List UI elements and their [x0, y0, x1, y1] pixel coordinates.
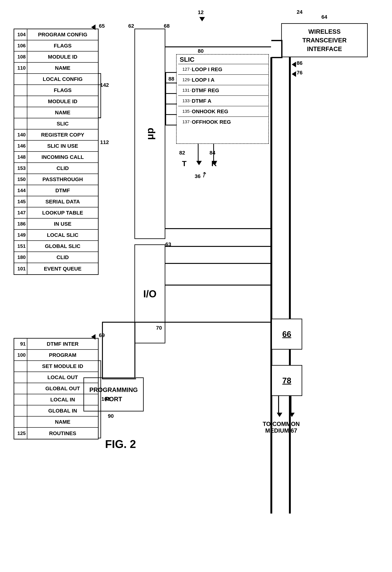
lower-table-container: 91 DTMF INTER 100 PROGRAM SET MODULE ID … [14, 338, 99, 439]
hline-io-top [165, 246, 271, 247]
slic-line-133 [165, 104, 177, 104]
table-row: 100 PROGRAM [14, 350, 98, 361]
t-label: T [182, 159, 186, 168]
table-row: 106 FLAGS [14, 40, 98, 51]
slic-dashed-box: SLIC 127 LOOP I REG 129 LOOP I A 131 DTM… [176, 54, 269, 144]
slic-item: 127 LOOP I REG [178, 64, 268, 74]
hline-wireless-bot [271, 57, 282, 58]
ref-80: 80 [198, 48, 204, 54]
slic-item: 131 DTMF REG [178, 85, 268, 95]
table-row: FLAGS [14, 85, 98, 96]
fig-2-label: FIG. 2 [105, 438, 136, 450]
slic-line-127 [165, 72, 177, 73]
slic-line-137 [165, 125, 177, 126]
table-row: 140 REGISTER COPY [14, 129, 98, 141]
table-row: 108 MODULE ID [14, 51, 98, 63]
table-row: 145 SERIAL DATA [14, 196, 98, 207]
wireless-transceiver-box: WIRELESS TRANSCEIVER INTERFACE [281, 23, 368, 57]
box-78: 78 [271, 365, 302, 396]
hline-io-mid [165, 263, 271, 264]
vline-prog-vert [102, 322, 103, 379]
table-row: 151 GLOBAL SLIC [14, 241, 98, 252]
slic-item: 137 OFFHOOK REG [178, 116, 268, 127]
ref-64: 64 [321, 14, 327, 20]
table-row: LOCAL IN [14, 394, 98, 405]
table-row: 149 LOCAL SLIC [14, 230, 98, 241]
upper-table-container: 104 PROGRAM CONFIG 106 FLAGS 108 MODULE … [14, 29, 99, 275]
to-common-medium: TO COMMON MEDIUM 67 [256, 421, 306, 434]
ref-76: 76 [297, 70, 302, 76]
table-row: GLOBAL IN [14, 405, 98, 416]
ref-65: 65 [99, 23, 105, 29]
ref-36: 36 [195, 173, 201, 179]
table-row: 153 CLID [14, 163, 98, 174]
hline-wireless-top [271, 40, 282, 41]
table-row: 148 INCOMING CALL [14, 152, 98, 163]
table-row: 110 NAME [14, 63, 98, 74]
slic-title: SLIC [177, 55, 268, 64]
table-row: SLIC [14, 118, 98, 129]
ref-102: 102 [101, 396, 110, 402]
hline-up-to-bus [165, 47, 271, 47]
table-row: 101 EVENT QUEUE [14, 263, 98, 274]
ref-90: 90 [108, 413, 114, 419]
ref-112: 112 [100, 139, 109, 145]
table-row: 146 SLIC IN USE [14, 141, 98, 152]
arrow-down-left [277, 413, 282, 417]
table-row: NAME [14, 107, 98, 118]
box-66: 66 [271, 319, 302, 350]
hline-prog-to-box [102, 378, 136, 379]
hline-io-prog [135, 322, 271, 323]
ref-69: 69 [99, 332, 105, 338]
ref-70: 70 [156, 325, 162, 331]
table-row: SET MODULE ID [14, 361, 98, 372]
vline-prog-left [135, 322, 135, 377]
vbus-main-right [289, 57, 291, 513]
vline-slic-r [213, 144, 214, 162]
ref-62: 62 [128, 23, 134, 29]
vline-slic-t [198, 144, 198, 162]
hline-io-bot [165, 285, 271, 286]
table-row: 180 CLID [14, 252, 98, 263]
ref-88: 88 [168, 76, 174, 82]
vline-78-down-left [278, 396, 279, 414]
table-row: 104 PROGRAM CONFIG [14, 29, 98, 40]
arrow-86 [292, 62, 296, 67]
hline-prog-horiz [102, 322, 135, 323]
ref-142: 142 [100, 82, 109, 88]
arrow-r-down [212, 161, 217, 165]
table-row: 91 DTMF INTER [14, 339, 98, 350]
vline-wireless-right [281, 40, 283, 58]
table-row: MODULE ID [14, 96, 98, 107]
table-row: 147 LOOKUP TABLE [14, 207, 98, 219]
microprocessor-block: μp [135, 29, 165, 239]
slic-item: 135 ONHOOK REG [178, 106, 268, 116]
ref-68: 68 [164, 23, 170, 29]
slic-line-131 [165, 93, 177, 94]
ref-82: 82 [179, 150, 185, 156]
slic-item: 133 DTMF A [178, 95, 268, 106]
table-row: LOCAL OUT [14, 372, 98, 383]
table-row: 150 PASSTHROUGH [14, 174, 98, 185]
bracket-112 [99, 84, 101, 118]
arrow-t-down [196, 161, 202, 165]
arrow-down-right [289, 413, 295, 417]
slic-line-135 [165, 114, 177, 115]
table-row: 125 ROUTINES [14, 428, 98, 439]
table-row: NAME [14, 416, 98, 428]
ref-86: 86 [297, 60, 302, 66]
table-row: GLOBAL OUT [14, 383, 98, 394]
ref-84: 84 [210, 150, 215, 156]
ref-12: 12 [198, 9, 204, 15]
table-row: LOCAL CONFIG [14, 74, 98, 85]
slic-line-129 [165, 83, 177, 83]
vline-78-down-right [290, 396, 291, 414]
arrow-36-curve: ↗ [199, 169, 209, 180]
arrow-76 [292, 71, 296, 77]
slic-items: 127 LOOP I REG 129 LOOP I A 131 DTMF REG… [177, 64, 268, 127]
bracket-102 [99, 360, 101, 438]
table-row: 144 DTMF [14, 185, 98, 196]
table-row: 186 IN USE [14, 219, 98, 230]
arrow-12 [199, 17, 205, 21]
slic-vline-88 [165, 72, 166, 126]
